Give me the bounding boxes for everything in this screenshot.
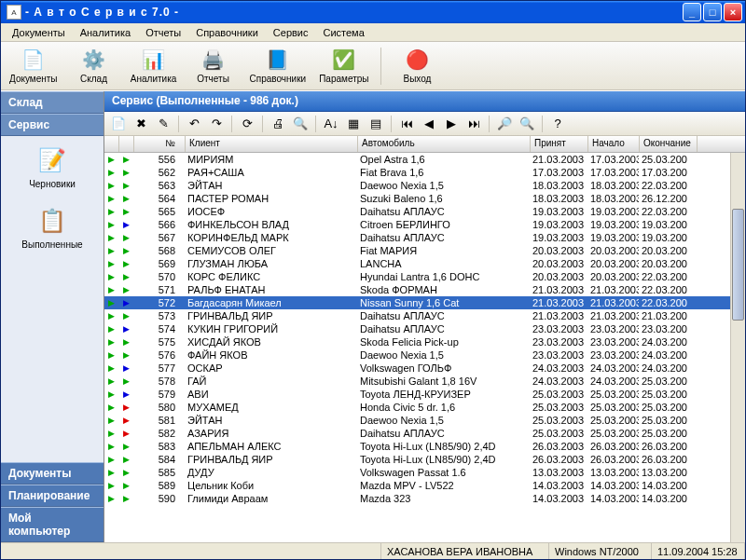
table-row[interactable]: ▶▶572Багдасарян МикаелNissan Sunny 1,6 C… <box>104 296 745 309</box>
column-header-3[interactable]: Клиент <box>186 136 358 152</box>
minitb-nav-next[interactable]: ↷ <box>206 114 227 134</box>
table-row[interactable]: ▶▶576ФАЙН ЯКОВDaewoo Nexia 1,523.03.2003… <box>104 348 745 362</box>
column-header-2[interactable]: № <box>134 136 186 152</box>
table-row[interactable]: ▶▶577ОСКАРVolkswagen ГОЛЬФ24.03.200324.0… <box>104 362 745 375</box>
table-row[interactable]: ▶▶556МИРИЯМOpel Astra 1,621.03.200317.03… <box>104 153 745 166</box>
scrollbar-thumb[interactable] <box>732 209 744 321</box>
minitb-doc-edit[interactable]: ✎ <box>153 114 173 134</box>
cell-accepted: 20.03.2003 <box>531 258 588 269</box>
menu-отчеты[interactable]: Отчеты <box>138 25 188 40</box>
table-row[interactable]: ▶▶578ГАЙMitsubishi Galant 1,8 16V24.03.2… <box>104 375 745 388</box>
table-row[interactable]: ▶▶584ГРИНВАЛЬД ЯИРToyota Hi-Lux (LN85/90… <box>104 453 745 466</box>
minitb-preview[interactable]: 🔍 <box>290 114 311 134</box>
titlebar[interactable]: A - А в т о С е р в и с 7.0 - _ □ × <box>1 1 745 23</box>
minitb-rec-next[interactable]: ▶ <box>441 114 462 134</box>
flag2-icon: ▶ <box>119 181 134 190</box>
maximize-button[interactable]: □ <box>703 3 722 21</box>
menu-система[interactable]: Система <box>316 25 372 40</box>
toolbar-выход[interactable]: 🔴Выход <box>389 44 445 89</box>
table-row[interactable]: ▶▶585ДУДУVolkswagen Passat 1.613.03.2003… <box>104 466 745 479</box>
minitb-find[interactable]: 🔎 <box>494 114 515 134</box>
toolbar-склад[interactable]: ⚙️Склад <box>66 44 122 89</box>
toolbar-справочники[interactable]: 📘Справочники <box>245 44 311 89</box>
toolbar-отчеты[interactable]: 🖨️Отчеты <box>186 44 242 89</box>
cell-end: 22.03.200 <box>640 206 698 217</box>
table-row[interactable]: ▶▶563ЭЙТАНDaewoo Nexia 1,518.03.200318.0… <box>104 179 745 192</box>
minitb-rec-prev[interactable]: ◀ <box>419 114 439 134</box>
table-row[interactable]: ▶▶570КОРС ФЕЛИКСHyundai Lantra 1,6 DOHC2… <box>104 270 745 283</box>
table-row[interactable]: ▶▶571РАЛЬФ ЕНАТАНSkoda ФОРМАН21.03.20032… <box>104 283 745 296</box>
sidebar-section-service[interactable]: Сервис <box>1 114 104 136</box>
table-row[interactable]: ▶▶564ПАСТЕР РОМАНSuzuki Baleno 1,618.03.… <box>104 192 745 205</box>
toolbar-label: Отчеты <box>197 74 229 84</box>
minitb-rows[interactable]: ▤ <box>366 114 386 134</box>
table-row[interactable]: ▶▶568СЕМИУСОВ ОЛЕГFiat МАРИЯ20.03.200320… <box>104 244 745 257</box>
sidebar-item-черновики[interactable]: 📝Черновики <box>29 145 76 189</box>
menu-сервис[interactable]: Сервис <box>266 25 316 40</box>
cell-accepted: 21.03.2003 <box>531 284 588 295</box>
toolbar-параметры[interactable]: ✅Параметры <box>314 44 373 89</box>
close-button[interactable]: × <box>724 3 742 21</box>
sidebar-section-документы[interactable]: Документы <box>1 462 104 485</box>
cell-num: 573 <box>134 310 186 321</box>
minitb-rec-last[interactable]: ⏭ <box>463 114 484 134</box>
minitb-refresh[interactable]: ⟳ <box>237 114 257 134</box>
flag1-icon: ▶ <box>104 220 119 229</box>
cell-accepted: 19.03.2003 <box>531 232 588 243</box>
table-row[interactable]: ▶▶562РАЯ+САШАFiat Brava 1,617.03.200317.… <box>104 166 745 179</box>
cell-car: Skoda Felicia Pick-up <box>358 336 531 348</box>
cell-accepted: 17.03.2003 <box>531 167 588 178</box>
menu-справочники[interactable]: Справочники <box>188 25 266 40</box>
menu-аналитика[interactable]: Аналитика <box>73 25 138 40</box>
minitb-sort-az[interactable]: A↓ <box>321 114 341 134</box>
app-window: A - А в т о С е р в и с 7.0 - _ □ × Доку… <box>0 0 746 560</box>
table-row[interactable]: ▶▶565ИОСЕФDaihatsu АПЛАУС19.03.200319.03… <box>104 205 745 218</box>
sidebar-section-планирование[interactable]: Планирование <box>1 485 104 507</box>
vertical-scrollbar[interactable] <box>730 153 745 542</box>
cell-start: 24.03.2003 <box>588 376 640 387</box>
table-row[interactable]: ▶▶582АЗАРИЯDaihatsu АПЛАУС25.03.200325.0… <box>104 427 745 440</box>
status-empty <box>1 543 381 559</box>
column-header-5[interactable]: Принят <box>531 136 588 152</box>
sidebar-section-sklad[interactable]: Склад <box>1 91 104 114</box>
flag2-icon: ▶ <box>119 285 134 294</box>
column-header-1[interactable] <box>119 136 134 152</box>
table-row[interactable]: ▶▶589Цельник КобиMazda MPV - LV52214.03.… <box>104 479 745 492</box>
minitb-doc-del[interactable]: ✖ <box>131 114 151 134</box>
minitb-find2[interactable]: 🔍 <box>517 114 537 134</box>
minitb-help[interactable]: ? <box>547 114 568 134</box>
minitb-nav-prev[interactable]: ↶ <box>184 114 204 134</box>
table-row[interactable]: ▶▶590Глимиди АвраамMazda 32314.03.200314… <box>104 492 745 505</box>
minimize-button[interactable]: _ <box>683 3 701 21</box>
column-header-4[interactable]: Автомобиль <box>358 136 531 152</box>
cell-car: Volkswagen Passat 1.6 <box>358 467 531 478</box>
sidebar-item-выполненные[interactable]: 📋Выполненные <box>21 206 82 250</box>
cell-end: 20.03.200 <box>640 245 698 256</box>
table-row[interactable]: ▶▶581ЭЙТАНDaewoo Nexia 1,525.03.200325.0… <box>104 414 745 427</box>
table-row[interactable]: ▶▶569ГЛУЗМАН ЛЮБАLANCHA20.03.200320.03.2… <box>104 257 745 270</box>
column-header-7[interactable]: Окончание <box>640 136 698 152</box>
grid-body[interactable]: ▶▶556МИРИЯМOpel Astra 1,621.03.200317.03… <box>104 153 745 542</box>
minitb-doc-new[interactable]: 📄 <box>108 114 129 134</box>
table-row[interactable]: ▶▶567КОРИНФЕЛЬД МАРКDaihatsu АПЛАУС19.03… <box>104 231 745 244</box>
minitb-rec-first[interactable]: ⏮ <box>396 114 417 134</box>
minitb-cols[interactable]: ▦ <box>343 114 364 134</box>
table-row[interactable]: ▶▶566ФИНКЕЛЬСОН ВЛАДCitroen БЕРЛИНГО19.0… <box>104 218 745 231</box>
minitb-print[interactable]: 🖨 <box>268 114 288 134</box>
table-row[interactable]: ▶▶574КУКИН ГРИГОРИЙDaihatsu АПЛАУС23.03.… <box>104 322 745 335</box>
column-header-6[interactable]: Начало <box>588 136 640 152</box>
table-row[interactable]: ▶▶580МУХАМЕДHonda Civic 5 dr. 1,625.03.2… <box>104 401 745 414</box>
flag1-icon: ▶ <box>104 350 119 360</box>
cell-num: 566 <box>134 219 186 230</box>
toolbar-документы[interactable]: 📄Документы <box>5 44 62 89</box>
cell-car: Volkswagen ГОЛЬФ <box>358 362 531 374</box>
sidebar-section-мой-компьютер[interactable]: Мой компьютер <box>1 507 104 542</box>
cell-end: 22.03.200 <box>640 180 698 191</box>
table-row[interactable]: ▶▶573ГРИНВАЛЬД ЯИРDaihatsu АПЛАУС21.03.2… <box>104 309 745 322</box>
table-row[interactable]: ▶▶579АВИToyota ЛЕНД-КРУИЗЕР25.03.200325.… <box>104 388 745 401</box>
table-row[interactable]: ▶▶583АПЕЛЬМАН АЛЕКСToyota Hi-Lux (LN85/9… <box>104 440 745 453</box>
menu-документы[interactable]: Документы <box>5 25 73 40</box>
column-header-0[interactable] <box>104 136 119 152</box>
toolbar-аналитика[interactable]: 📊Аналитика <box>126 44 182 89</box>
table-row[interactable]: ▶▶575ХИСДАЙ ЯКОВSkoda Felicia Pick-up23.… <box>104 335 745 348</box>
